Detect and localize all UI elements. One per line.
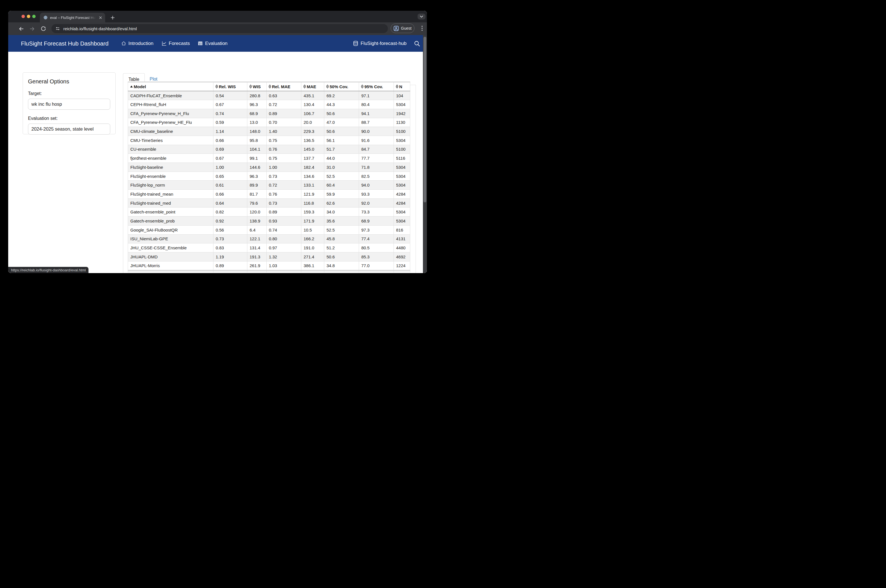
page-scrollbar-thumb[interactable] [423, 37, 426, 202]
panel-title: General Options [28, 78, 110, 85]
metric-cell: 229.3 [301, 127, 324, 136]
metric-cell: 96.3 [247, 100, 267, 109]
metric-cell: 0.89 [213, 261, 247, 270]
metric-cell: 13.0 [247, 118, 267, 127]
tab-search-chevron-button[interactable] [418, 14, 426, 20]
column-header-n[interactable]: N [394, 82, 410, 91]
model-name-cell: Gatech-ensemble_point [128, 207, 213, 216]
status-url-tooltip: https://reichlab.io/flusight-dashboard/e… [8, 267, 88, 273]
metric-cell: 0.72 [267, 100, 301, 109]
model-name-cell: ISU_NiemiLab-GPE [128, 234, 213, 243]
sort-toggle-icon [249, 84, 252, 88]
column-header-model[interactable]: Model [128, 82, 213, 91]
metric-cell [324, 270, 359, 273]
table-row: CMU-climate_baseline1.14148.01.40229.350… [128, 127, 410, 136]
metric-cell: 51.7 [324, 145, 359, 154]
table-row: FluSight-lop_norm0.6189.90.72133.160.494… [128, 181, 410, 190]
metric-cell: 79.6 [247, 198, 267, 207]
table-row: Gatech-ensemble_point0.82120.00.89159.33… [128, 207, 410, 216]
metric-cell: 5304 [394, 100, 410, 109]
forward-button[interactable] [28, 25, 36, 33]
sort-toggle-icon [303, 84, 306, 88]
metric-cell: 0.74 [213, 109, 247, 118]
model-name-cell: CMU-TimeSeries [128, 136, 213, 145]
model-name-cell: FluSight-ensemble [128, 172, 213, 181]
column-label: 95% Cov. [364, 84, 383, 89]
window-zoom-button[interactable] [32, 15, 36, 18]
metric-cell: 1130 [394, 118, 410, 127]
metric-cell: 130.4 [301, 100, 324, 109]
url-bar[interactable]: reichlab.io/flusight-dashboard/eval.html [51, 24, 388, 33]
metric-cell: 137.7 [301, 154, 324, 163]
metric-cell: 0.59 [213, 118, 247, 127]
model-name-cell: JHUAPL-DMD [128, 252, 213, 261]
nav-link-introduction[interactable]: Introduction [121, 41, 153, 46]
metric-cell: 0.89 [267, 207, 301, 216]
browser-window: eval – FluSight Forecast Hub Dashboard [8, 11, 427, 273]
metric-cell: 0.65 [213, 172, 247, 181]
metric-cell: 82.5 [359, 172, 394, 181]
metric-cell: 69.2 [324, 91, 359, 100]
new-tab-button[interactable] [109, 14, 116, 21]
column-header-50-cov-[interactable]: 50% Cov. [324, 82, 359, 91]
nav-link-forecasts[interactable]: Forecasts [162, 41, 190, 46]
column-header-rel-mae[interactable]: Rel. MAE [267, 82, 301, 91]
metric-cell: 0.76 [267, 145, 301, 154]
table-row: Google_SAI-FluBoostQR0.566.40.7410.552.5… [128, 225, 410, 234]
evalset-select[interactable]: 2024-2025 season, state level [28, 123, 110, 135]
target-select[interactable]: wk inc flu hosp [28, 99, 110, 110]
metric-cell: 1.00 [213, 163, 247, 172]
metric-cell: 0.67 [213, 154, 247, 163]
metric-cell: 5116 [394, 154, 410, 163]
tab-close-icon[interactable] [98, 15, 103, 20]
reload-button[interactable] [39, 25, 47, 33]
window-close-button[interactable] [21, 15, 25, 18]
sort-toggle-icon [216, 84, 218, 88]
metric-cell: 88.7 [359, 118, 394, 127]
back-button[interactable] [17, 25, 25, 33]
column-header-wis[interactable]: WIS [247, 82, 267, 91]
column-label: Model [134, 84, 146, 89]
home-icon [121, 41, 126, 46]
column-label: Rel. WIS [219, 84, 236, 89]
site-info-icon[interactable] [55, 26, 60, 32]
window-minimize-button[interactable] [27, 15, 30, 18]
metric-cell: 5304 [394, 216, 410, 226]
metric-cell: 94.1 [359, 109, 394, 118]
repo-link[interactable]: FluSight-forecast-hub [360, 41, 406, 46]
metric-cell: 4692 [394, 252, 410, 261]
site-brand[interactable]: FluSight Forecast Hub Dashboard [21, 40, 109, 47]
model-name-cell: fjordhest-ensemble [128, 154, 213, 163]
column-header-mae[interactable]: MAE [301, 82, 324, 91]
metric-cell: 80.5 [359, 243, 394, 252]
metric-cell: 5304 [394, 207, 410, 216]
table-header-row: ModelRel. WISWISRel. MAEMAE50% Cov.95% C… [128, 82, 410, 91]
metric-cell [128, 270, 213, 273]
browser-tab[interactable]: eval – FluSight Forecast Hub Dashboard [40, 13, 105, 22]
browser-menu-button[interactable] [418, 23, 426, 33]
column-header-95-cov-[interactable]: 95% Cov. [359, 82, 394, 91]
page-scrollbar[interactable] [423, 35, 427, 273]
metric-cell: 816 [394, 225, 410, 234]
evalset-label: Evaluation set: [28, 116, 110, 121]
column-label: N [399, 84, 402, 89]
column-header-rel-wis[interactable]: Rel. WIS [213, 82, 247, 91]
model-name-cell: CFA_Pyrenew-Pyrenew_H_Flu [128, 109, 213, 118]
metric-cell: 0.61 [213, 181, 247, 190]
metric-cell: 60.4 [324, 181, 359, 190]
metric-cell: 52.5 [324, 172, 359, 181]
table-row: JHUAPL-Morris0.89261.91.03386.134.877.01… [128, 261, 410, 270]
metric-cell [394, 270, 410, 273]
metric-cell: 93.3 [359, 190, 394, 199]
search-icon[interactable] [414, 40, 420, 46]
metric-cell: 261.9 [247, 261, 267, 270]
profile-button[interactable]: Guest [391, 24, 414, 33]
metric-cell: 0.82 [213, 207, 247, 216]
metric-cell: 44.3 [324, 100, 359, 109]
sort-toggle-icon [361, 84, 364, 88]
metric-cell: 73.3 [359, 207, 394, 216]
table-row: CADPH-FluCAT_Ensemble0.54280.80.63435.16… [128, 91, 410, 100]
metric-cell: 5100 [394, 145, 410, 154]
nav-link-evaluation[interactable]: Evaluation [198, 41, 227, 46]
metric-cell: 386.1 [301, 261, 324, 270]
